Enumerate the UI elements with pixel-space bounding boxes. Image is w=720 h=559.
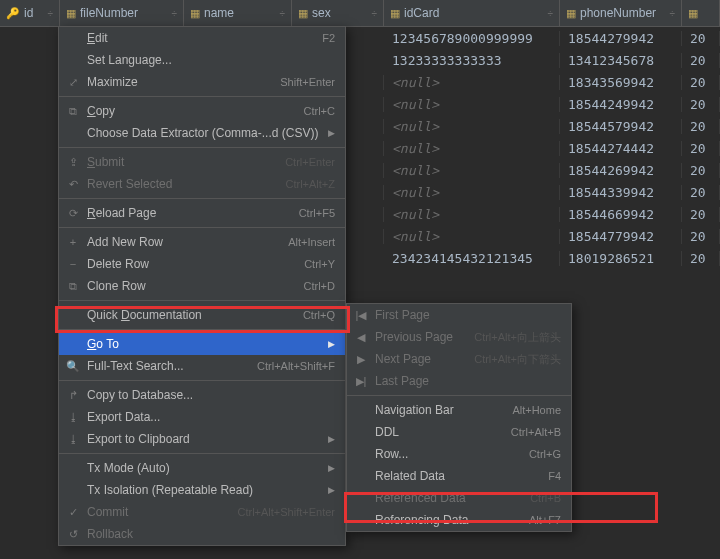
table-cell[interactable]: 20 <box>682 163 720 178</box>
table-cell[interactable]: 18544339942 <box>560 185 682 200</box>
table-cell[interactable]: 20 <box>682 141 720 156</box>
table-cell[interactable]: 20 <box>682 185 720 200</box>
col-head-name[interactable]: ▦ name ÷ <box>184 0 292 26</box>
submenu-row[interactable]: Row...Ctrl+G <box>347 443 571 465</box>
menu-clone-row[interactable]: ⧉Clone RowCtrl+D <box>59 275 345 297</box>
table-cell[interactable]: 20 <box>682 251 720 266</box>
menu-edit[interactable]: EditF2 <box>59 27 345 49</box>
table-cell[interactable]: 20 <box>682 75 720 90</box>
table-cell[interactable]: 20 <box>682 207 720 222</box>
table-cell[interactable]: <null> <box>384 207 560 222</box>
table-cell[interactable]: <null> <box>384 97 560 112</box>
menu-submit: ⇪SubmitCtrl+Enter <box>59 151 345 173</box>
column-icon: ▦ <box>66 7 76 20</box>
table-cell[interactable]: 20 <box>682 97 720 112</box>
table-cell[interactable]: <null> <box>384 141 560 156</box>
chevron-right-icon: ▶ <box>328 128 335 138</box>
column-icon: ▦ <box>566 7 576 20</box>
col-head-extra[interactable]: ▦ <box>682 0 720 26</box>
table-cell[interactable]: <null> <box>384 185 560 200</box>
context-menu-main: EditF2 Set Language... ⤢MaximizeShift+En… <box>58 26 346 546</box>
col-head-sex[interactable]: ▦ sex ÷ <box>292 0 384 26</box>
table-cell[interactable]: 20 <box>682 119 720 134</box>
minus-icon: − <box>65 258 81 270</box>
col-label-fileNumber: fileNumber <box>80 6 138 20</box>
table-cell[interactable]: <null> <box>384 163 560 178</box>
search-icon: 🔍 <box>65 360 81 373</box>
undo-icon: ↺ <box>65 528 81 541</box>
table-cell[interactable]: 13233333333333 <box>384 53 560 68</box>
column-icon: ▦ <box>298 7 308 20</box>
menu-quick-documentation[interactable]: Quick DocumentationCtrl+Q <box>59 304 345 326</box>
menu-separator <box>59 380 345 381</box>
menu-tx-mode[interactable]: Tx Mode (Auto)▶ <box>59 457 345 479</box>
submenu-first-page: |◀First Page <box>347 304 571 326</box>
menu-separator <box>59 453 345 454</box>
table-cell[interactable]: 18343569942 <box>560 75 682 90</box>
col-label-idCard: idCard <box>404 6 439 20</box>
sort-icon: ÷ <box>548 8 554 19</box>
sort-icon: ÷ <box>48 8 54 19</box>
column-icon: ▦ <box>390 7 400 20</box>
menu-separator <box>59 300 345 301</box>
table-cell[interactable]: 20 <box>682 229 720 244</box>
table-cell[interactable]: 18544579942 <box>560 119 682 134</box>
col-label-id: id <box>24 6 33 20</box>
check-icon: ✓ <box>65 506 81 519</box>
download-icon: ⭳ <box>65 411 81 423</box>
submenu-navigation-bar[interactable]: Navigation BarAlt+Home <box>347 399 571 421</box>
menu-full-text-search[interactable]: 🔍Full-Text Search...Ctrl+Alt+Shift+F <box>59 355 345 377</box>
submenu-last-page: ▶|Last Page <box>347 370 571 392</box>
menu-delete-row[interactable]: −Delete RowCtrl+Y <box>59 253 345 275</box>
menu-separator <box>59 96 345 97</box>
col-head-id[interactable]: 🔑 id ÷ <box>0 0 60 26</box>
column-icon: ▦ <box>688 7 698 20</box>
menu-reload-page[interactable]: ⟳Reload PageCtrl+F5 <box>59 202 345 224</box>
table-cell[interactable]: 18019286521 <box>560 251 682 266</box>
menu-export-to-clipboard[interactable]: ⭳Export to Clipboard▶ <box>59 428 345 450</box>
download-icon: ⭳ <box>65 433 81 445</box>
table-header: 🔑 id ÷ ▦ fileNumber ÷ ▦ name ÷ ▦ sex ÷ ▦… <box>0 0 720 27</box>
chevron-right-icon: ▶ <box>328 485 335 495</box>
table-cell[interactable]: <null> <box>384 119 560 134</box>
sort-icon: ÷ <box>670 8 676 19</box>
menu-choose-data-extractor[interactable]: Choose Data Extractor (Comma-...d (CSV))… <box>59 122 345 144</box>
menu-copy[interactable]: ⧉CopyCtrl+C <box>59 100 345 122</box>
table-cell[interactable]: 20 <box>682 53 720 68</box>
submenu-referencing-data[interactable]: Referencing DataAlt+F7 <box>347 509 571 531</box>
chevron-right-icon: ▶ <box>328 339 335 349</box>
menu-export-data[interactable]: ⭳Export Data... <box>59 406 345 428</box>
menu-maximize[interactable]: ⤢MaximizeShift+Enter <box>59 71 345 93</box>
table-cell[interactable]: 234234145432121345 <box>384 251 560 266</box>
submenu-ddl[interactable]: DDLCtrl+Alt+B <box>347 421 571 443</box>
table-cell[interactable]: <null> <box>384 229 560 244</box>
col-head-phoneNumber[interactable]: ▦ phoneNumber ÷ <box>560 0 682 26</box>
menu-set-language[interactable]: Set Language... <box>59 49 345 71</box>
table-cell[interactable]: 18544779942 <box>560 229 682 244</box>
submenu-referenced-data: Referenced DataCtrl+B <box>347 487 571 509</box>
menu-go-to[interactable]: Go To▶ <box>59 333 345 355</box>
table-cell[interactable]: 123456789000999999 <box>384 31 560 46</box>
menu-copy-to-database[interactable]: ↱Copy to Database... <box>59 384 345 406</box>
submenu-related-data[interactable]: Related DataF4 <box>347 465 571 487</box>
col-head-fileNumber[interactable]: ▦ fileNumber ÷ <box>60 0 184 26</box>
col-label-name: name <box>204 6 234 20</box>
col-head-idCard[interactable]: ▦ idCard ÷ <box>384 0 560 26</box>
table-cell[interactable]: 13412345678 <box>560 53 682 68</box>
menu-add-row[interactable]: +Add New RowAlt+Insert <box>59 231 345 253</box>
column-icon: ▦ <box>190 7 200 20</box>
table-cell[interactable]: 20 <box>682 31 720 46</box>
table-cell[interactable]: 18544269942 <box>560 163 682 178</box>
table-cell[interactable]: <null> <box>384 75 560 90</box>
table-cell[interactable]: 18544669942 <box>560 207 682 222</box>
table-cell[interactable]: 18544249942 <box>560 97 682 112</box>
submit-icon: ⇪ <box>65 156 81 169</box>
menu-tx-isolation[interactable]: Tx Isolation (Repeatable Read)▶ <box>59 479 345 501</box>
first-page-icon: |◀ <box>353 309 369 322</box>
table-cell[interactable]: 18544274442 <box>560 141 682 156</box>
table-cell[interactable]: 18544279942 <box>560 31 682 46</box>
submenu-next-page: ▶Next PageCtrl+Alt+向下箭头 <box>347 348 571 370</box>
plus-icon: + <box>65 236 81 248</box>
menu-separator <box>347 395 571 396</box>
submenu-previous-page: ◀Previous PageCtrl+Alt+向上箭头 <box>347 326 571 348</box>
